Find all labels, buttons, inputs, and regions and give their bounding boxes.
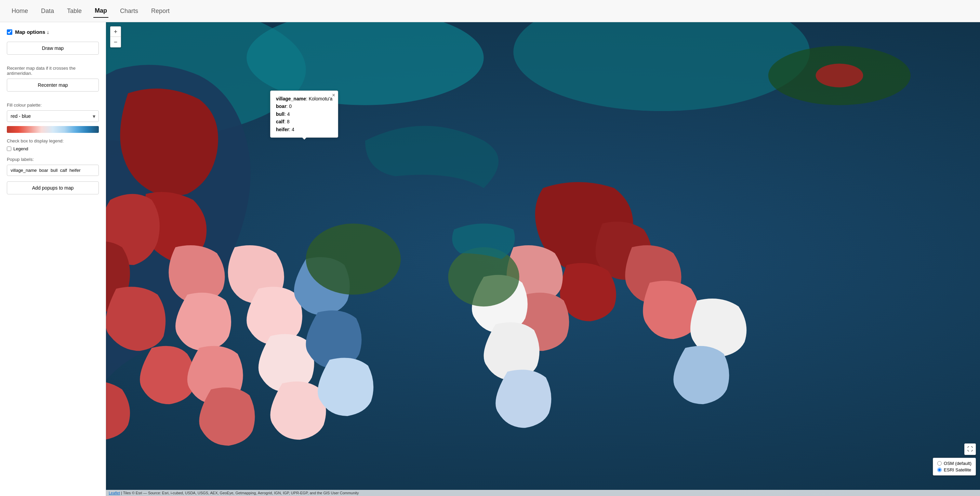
popup-bull-label: bull	[276, 111, 285, 117]
esri-label: ESRI Satellite	[944, 467, 971, 472]
popup-heifer-label: heifer	[276, 127, 289, 132]
popup-content: village_name: Kolomotu'a boar: 0 bull: 4…	[276, 95, 332, 133]
esri-layer-option[interactable]: ESRI Satellite	[937, 467, 972, 472]
popup-labels-input[interactable]	[7, 165, 99, 176]
draw-map-button[interactable]: Draw map	[7, 42, 99, 55]
popup-village-name-label: village_name	[276, 96, 306, 101]
map-popup: × village_name: Kolomotu'a boar: 0 bull:…	[270, 90, 338, 138]
osm-layer-option[interactable]: OSM (default)	[937, 461, 972, 466]
nav-item-table[interactable]: Table	[66, 5, 83, 17]
fill-colour-label: Fill colour palette:	[7, 103, 99, 108]
zoom-out-button[interactable]: −	[110, 37, 121, 47]
map-options-checkbox[interactable]	[7, 29, 12, 35]
map-container[interactable]: + − × village_name: Kolomotu'a boar: 0 b…	[106, 22, 980, 496]
osm-radio[interactable]	[937, 461, 942, 466]
recenter-label: Recenter map data if it crosses the anti…	[7, 66, 99, 76]
popup-calf-label: calf	[276, 119, 284, 124]
popup-close-button[interactable]: ×	[332, 92, 335, 98]
recenter-map-button[interactable]: Recenter map	[7, 79, 99, 92]
nav-item-data[interactable]: Data	[40, 5, 56, 17]
layer-toggle: OSM (default) ESRI Satellite	[933, 458, 976, 475]
svg-point-5	[306, 223, 401, 295]
popup-boar-label: boar	[276, 103, 286, 109]
legend-checkbox[interactable]	[7, 147, 11, 151]
legend-label[interactable]: Legend	[13, 146, 28, 151]
popup-boar-value: 0	[289, 103, 292, 109]
popup-bull-value: 4	[287, 111, 290, 117]
nav-item-charts[interactable]: Charts	[119, 5, 140, 17]
nav-item-home[interactable]: Home	[10, 5, 29, 17]
attribution-bar: Leaflet | Tiles © Esri — Source: Esri, i…	[106, 490, 980, 496]
attribution-text: | Tiles © Esri — Source: Esri, i-cubed, …	[120, 491, 359, 495]
navbar: HomeDataTableMapChartsReport	[0, 0, 980, 22]
nav-item-report[interactable]: Report	[150, 5, 171, 17]
legend-checkbox-label: Check box to display legend:	[7, 138, 99, 143]
popup-labels-label: Popup labels:	[7, 157, 99, 162]
popup-heifer-value: 4	[292, 127, 294, 132]
nav-item-map[interactable]: Map	[93, 5, 108, 18]
leaflet-link[interactable]: Leaflet	[109, 491, 120, 495]
legend-row: Legend	[7, 146, 99, 151]
map-svg	[106, 22, 980, 496]
fill-colour-select-wrapper: red - blueblue - redgreen - redrainbow ▾	[7, 110, 99, 122]
panel-header: Map options ↓	[7, 29, 99, 35]
svg-point-9	[816, 63, 864, 87]
color-gradient-bar	[7, 126, 99, 133]
fullscreen-button[interactable]: ⛶	[964, 444, 976, 455]
popup-village-name-value: Kolomotu'a	[309, 96, 333, 101]
panel-title[interactable]: Map options ↓	[15, 29, 49, 35]
add-popups-button[interactable]: Add popups to map	[7, 181, 99, 194]
zoom-in-button[interactable]: +	[110, 27, 121, 37]
svg-point-4	[448, 247, 519, 306]
esri-radio[interactable]	[937, 467, 942, 472]
fill-colour-select[interactable]: red - blueblue - redgreen - redrainbow	[7, 110, 99, 122]
main-layout: Map options ↓ Draw map Recenter map data…	[0, 22, 980, 496]
popup-calf-value: 8	[287, 119, 290, 124]
sidebar-panel: Map options ↓ Draw map Recenter map data…	[0, 22, 106, 496]
osm-label: OSM (default)	[944, 461, 972, 466]
zoom-controls: + −	[110, 26, 121, 48]
